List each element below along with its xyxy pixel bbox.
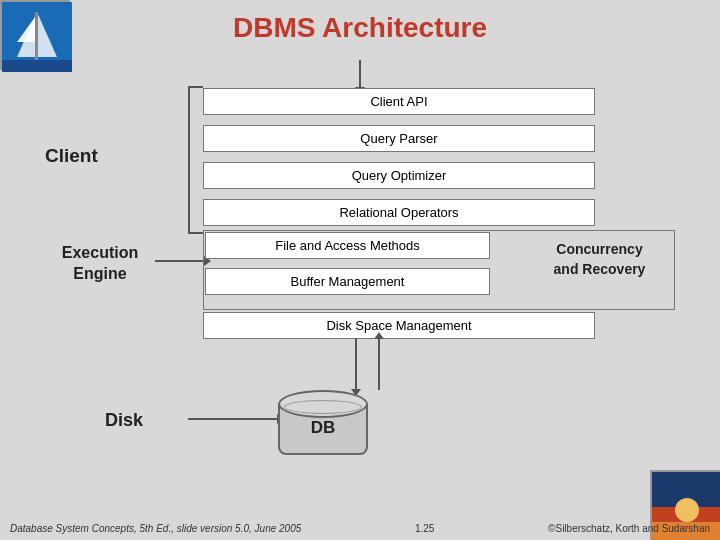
page-title: DBMS Architecture	[0, 12, 720, 44]
disk-label: Disk	[105, 410, 143, 431]
top-arrow	[359, 60, 361, 88]
disk-space-box: Disk Space Management	[203, 312, 595, 339]
relational-operators-box: Relational Operators	[203, 199, 595, 226]
footer-right: ©Silberschatz, Korth and Sudarshan	[548, 523, 710, 534]
footer: Database System Concepts, 5th Ed., slide…	[10, 523, 710, 534]
client-bracket	[188, 86, 203, 234]
client-label: Client	[45, 145, 98, 167]
concurrency-recovery-label: Concurrencyand Recovery	[527, 240, 672, 279]
buffer-management-box: Buffer Management	[205, 268, 490, 295]
exec-engine-arrow	[155, 260, 205, 262]
client-api-box: Client API	[203, 88, 595, 115]
file-access-box: File and Access Methods	[205, 232, 490, 259]
page: DBMS Architecture Client Client API Quer…	[0, 0, 720, 540]
footer-left: Database System Concepts, 5th Ed., slide…	[10, 523, 301, 534]
down-arrow-to-db	[355, 338, 357, 390]
db-label: DB	[278, 418, 368, 438]
query-optimizer-box: Query Optimizer	[203, 162, 595, 189]
db-cylinder: DB	[278, 390, 368, 455]
footer-center: 1.25	[415, 523, 434, 534]
svg-point-8	[675, 498, 699, 522]
diagram: Client Client API Query Parser Query Opt…	[40, 60, 680, 500]
query-parser-box: Query Parser	[203, 125, 595, 152]
execution-engine-label: ExecutionEngine	[45, 243, 155, 285]
up-arrow-from-db	[378, 338, 380, 390]
disk-to-db-arrow	[188, 418, 278, 420]
